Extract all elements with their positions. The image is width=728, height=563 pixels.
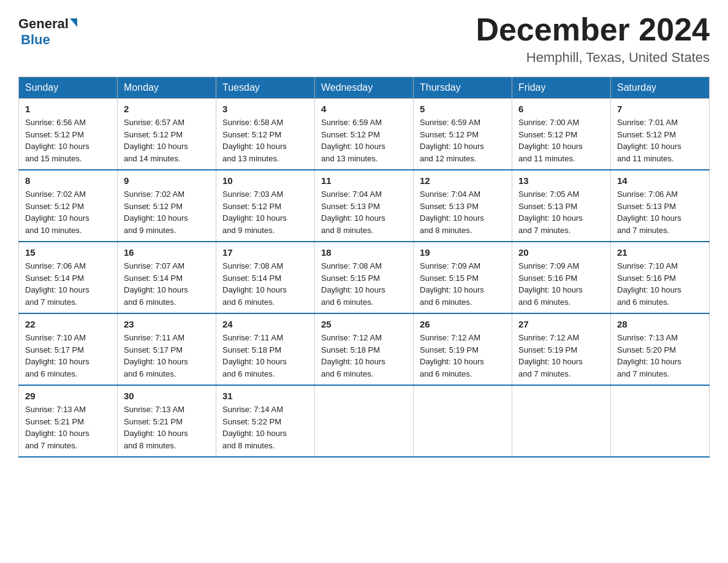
day-number: 4 <box>321 104 407 114</box>
calendar-cell: 18Sunrise: 7:08 AMSunset: 5:15 PMDayligh… <box>315 242 414 313</box>
day-number: 22 <box>25 319 111 329</box>
logo-arrow-icon <box>70 18 77 27</box>
day-number: 11 <box>321 175 407 186</box>
day-number: 7 <box>617 104 703 114</box>
day-info: Sunrise: 7:09 AMSunset: 5:16 PMDaylight:… <box>518 260 604 308</box>
day-info: Sunrise: 7:03 AMSunset: 5:12 PMDaylight:… <box>222 188 308 236</box>
day-info: Sunrise: 6:56 AMSunset: 5:12 PMDaylight:… <box>25 117 111 164</box>
calendar-cell: 15Sunrise: 7:06 AMSunset: 5:14 PMDayligh… <box>19 242 118 313</box>
day-info: Sunrise: 7:08 AMSunset: 5:14 PMDaylight:… <box>222 260 308 308</box>
calendar-cell <box>512 385 611 457</box>
day-number: 27 <box>518 319 604 329</box>
day-number: 5 <box>420 104 506 114</box>
calendar-cell: 16Sunrise: 7:07 AMSunset: 5:14 PMDayligh… <box>118 242 216 313</box>
calendar-week-row: 8Sunrise: 7:02 AMSunset: 5:12 PMDaylight… <box>19 170 710 242</box>
calendar-cell: 9Sunrise: 7:02 AMSunset: 5:12 PMDaylight… <box>118 170 216 242</box>
day-info: Sunrise: 7:13 AMSunset: 5:21 PMDaylight:… <box>25 404 111 451</box>
calendar-header-row: SundayMondayTuesdayWednesdayThursdayFrid… <box>19 77 710 99</box>
day-number: 21 <box>617 247 703 258</box>
day-info: Sunrise: 7:05 AMSunset: 5:13 PMDaylight:… <box>518 188 604 236</box>
day-info: Sunrise: 7:13 AMSunset: 5:21 PMDaylight:… <box>124 404 210 451</box>
day-number: 8 <box>25 175 111 186</box>
day-number: 12 <box>420 175 506 186</box>
header-thursday: Thursday <box>414 77 512 99</box>
day-info: Sunrise: 7:08 AMSunset: 5:15 PMDaylight:… <box>321 260 407 308</box>
day-number: 25 <box>321 319 407 329</box>
day-info: Sunrise: 7:06 AMSunset: 5:13 PMDaylight:… <box>617 188 703 236</box>
calendar-cell: 19Sunrise: 7:09 AMSunset: 5:15 PMDayligh… <box>414 242 512 313</box>
calendar-week-row: 22Sunrise: 7:10 AMSunset: 5:17 PMDayligh… <box>19 313 710 385</box>
calendar-cell: 4Sunrise: 6:59 AMSunset: 5:12 PMDaylight… <box>315 99 414 170</box>
day-number: 3 <box>222 104 308 114</box>
location-text: Hemphill, Texas, United States <box>476 50 710 66</box>
header-saturday: Saturday <box>611 77 710 99</box>
calendar-cell: 8Sunrise: 7:02 AMSunset: 5:12 PMDaylight… <box>19 170 118 242</box>
logo-general-text: General <box>18 16 69 32</box>
calendar-cell: 23Sunrise: 7:11 AMSunset: 5:17 PMDayligh… <box>118 313 216 385</box>
day-info: Sunrise: 6:58 AMSunset: 5:12 PMDaylight:… <box>222 117 308 164</box>
header-wednesday: Wednesday <box>315 77 414 99</box>
day-info: Sunrise: 7:12 AMSunset: 5:18 PMDaylight:… <box>321 332 407 380</box>
day-info: Sunrise: 7:12 AMSunset: 5:19 PMDaylight:… <box>518 332 604 380</box>
calendar-cell: 21Sunrise: 7:10 AMSunset: 5:16 PMDayligh… <box>611 242 710 313</box>
day-info: Sunrise: 7:07 AMSunset: 5:14 PMDaylight:… <box>124 260 210 308</box>
calendar-week-row: 1Sunrise: 6:56 AMSunset: 5:12 PMDaylight… <box>19 99 710 170</box>
day-info: Sunrise: 6:57 AMSunset: 5:12 PMDaylight:… <box>124 117 210 164</box>
title-block: December 2024 Hemphill, Texas, United St… <box>476 12 710 66</box>
calendar-cell: 14Sunrise: 7:06 AMSunset: 5:13 PMDayligh… <box>611 170 710 242</box>
calendar-cell <box>315 385 414 457</box>
calendar-cell: 29Sunrise: 7:13 AMSunset: 5:21 PMDayligh… <box>19 385 118 457</box>
page-header: General Blue December 2024 Hemphill, Tex… <box>18 12 710 66</box>
calendar-cell: 28Sunrise: 7:13 AMSunset: 5:20 PMDayligh… <box>611 313 710 385</box>
calendar-cell: 5Sunrise: 6:59 AMSunset: 5:12 PMDaylight… <box>414 99 512 170</box>
calendar-cell: 31Sunrise: 7:14 AMSunset: 5:22 PMDayligh… <box>216 385 315 457</box>
day-info: Sunrise: 7:12 AMSunset: 5:19 PMDaylight:… <box>420 332 506 380</box>
day-number: 2 <box>124 104 210 114</box>
calendar-cell: 27Sunrise: 7:12 AMSunset: 5:19 PMDayligh… <box>512 313 611 385</box>
day-info: Sunrise: 7:13 AMSunset: 5:20 PMDaylight:… <box>617 332 703 380</box>
calendar-cell: 25Sunrise: 7:12 AMSunset: 5:18 PMDayligh… <box>315 313 414 385</box>
calendar-cell: 26Sunrise: 7:12 AMSunset: 5:19 PMDayligh… <box>414 313 512 385</box>
day-number: 9 <box>124 175 210 186</box>
calendar-cell: 10Sunrise: 7:03 AMSunset: 5:12 PMDayligh… <box>216 170 315 242</box>
day-info: Sunrise: 7:09 AMSunset: 5:15 PMDaylight:… <box>420 260 506 308</box>
calendar-cell: 22Sunrise: 7:10 AMSunset: 5:17 PMDayligh… <box>19 313 118 385</box>
day-number: 10 <box>222 175 308 186</box>
day-number: 13 <box>518 175 604 186</box>
calendar-cell: 2Sunrise: 6:57 AMSunset: 5:12 PMDaylight… <box>118 99 216 170</box>
header-monday: Monday <box>118 77 216 99</box>
month-title: December 2024 <box>476 12 710 47</box>
calendar-cell: 11Sunrise: 7:04 AMSunset: 5:13 PMDayligh… <box>315 170 414 242</box>
day-number: 20 <box>518 247 604 258</box>
day-info: Sunrise: 7:04 AMSunset: 5:13 PMDaylight:… <box>420 188 506 236</box>
day-number: 29 <box>25 391 111 401</box>
day-number: 6 <box>518 104 604 114</box>
day-number: 14 <box>617 175 703 186</box>
calendar-cell: 1Sunrise: 6:56 AMSunset: 5:12 PMDaylight… <box>19 99 118 170</box>
calendar-cell: 17Sunrise: 7:08 AMSunset: 5:14 PMDayligh… <box>216 242 315 313</box>
day-info: Sunrise: 7:00 AMSunset: 5:12 PMDaylight:… <box>518 117 604 164</box>
day-number: 23 <box>124 319 210 329</box>
day-number: 16 <box>124 247 210 258</box>
day-info: Sunrise: 7:14 AMSunset: 5:22 PMDaylight:… <box>222 404 308 451</box>
day-info: Sunrise: 7:04 AMSunset: 5:13 PMDaylight:… <box>321 188 407 236</box>
calendar-cell: 12Sunrise: 7:04 AMSunset: 5:13 PMDayligh… <box>414 170 512 242</box>
logo-blue-text: Blue <box>21 32 50 47</box>
calendar-table: SundayMondayTuesdayWednesdayThursdayFrid… <box>18 77 710 458</box>
calendar-cell: 24Sunrise: 7:11 AMSunset: 5:18 PMDayligh… <box>216 313 315 385</box>
header-tuesday: Tuesday <box>216 77 315 99</box>
day-info: Sunrise: 7:02 AMSunset: 5:12 PMDaylight:… <box>124 188 210 236</box>
day-number: 15 <box>25 247 111 258</box>
calendar-cell: 6Sunrise: 7:00 AMSunset: 5:12 PMDaylight… <box>512 99 611 170</box>
day-info: Sunrise: 7:10 AMSunset: 5:16 PMDaylight:… <box>617 260 703 308</box>
day-number: 31 <box>222 391 308 401</box>
calendar-week-row: 29Sunrise: 7:13 AMSunset: 5:21 PMDayligh… <box>19 385 710 457</box>
calendar-cell: 30Sunrise: 7:13 AMSunset: 5:21 PMDayligh… <box>118 385 216 457</box>
day-number: 26 <box>420 319 506 329</box>
day-number: 17 <box>222 247 308 258</box>
day-number: 24 <box>222 319 308 329</box>
day-number: 19 <box>420 247 506 258</box>
day-number: 18 <box>321 247 407 258</box>
day-info: Sunrise: 7:11 AMSunset: 5:18 PMDaylight:… <box>222 332 308 380</box>
day-info: Sunrise: 6:59 AMSunset: 5:12 PMDaylight:… <box>420 117 506 164</box>
